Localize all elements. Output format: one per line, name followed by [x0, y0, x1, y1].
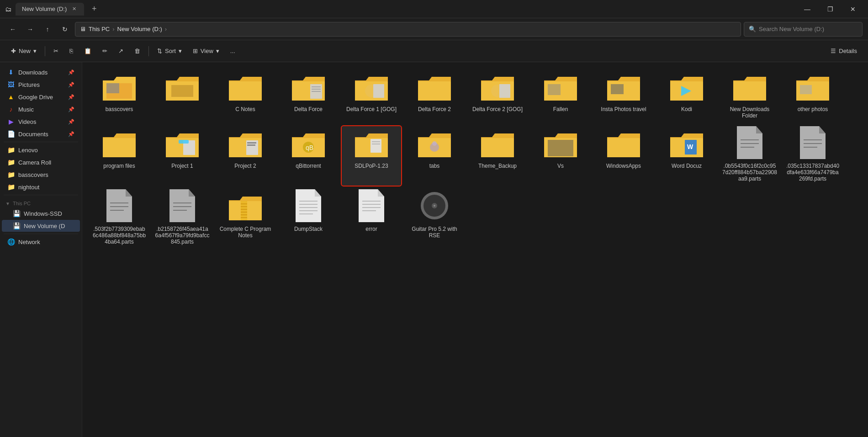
sidebar-item-videos[interactable]: ▶ Videos 📌 — [2, 116, 80, 128]
rename-button[interactable]: ✏ — [98, 43, 112, 59]
tab-new-volume[interactable]: New Volume (D:) ✕ — [16, 3, 84, 16]
cut-button[interactable]: ✂ — [49, 43, 63, 59]
folder-sdlpop-label: SDLPoP-1.23 — [355, 163, 388, 169]
details-button[interactable]: ☰ Details — [826, 43, 862, 59]
sidebar-item-documents[interactable]: 📄 Documents 📌 — [2, 128, 80, 140]
folder-windowsapps-label: WindowsApps — [606, 163, 641, 169]
refresh-button[interactable]: ↻ — [58, 22, 72, 37]
folder-word-docuz[interactable]: W Word Docuz — [657, 126, 716, 186]
breadcrumb-this-pc[interactable]: This PC — [89, 26, 110, 32]
sort-button[interactable]: ⇅ Sort ▾ — [153, 43, 186, 59]
view-label: View — [201, 48, 213, 54]
view-button[interactable]: ⊞ View ▾ — [188, 43, 224, 59]
svg-point-44 — [432, 141, 437, 146]
folder-kodi[interactable]: Kodi — [657, 69, 716, 123]
paste-button[interactable]: 📋 — [79, 43, 96, 59]
folder-vs[interactable]: Vs — [531, 126, 590, 186]
share-button[interactable]: ↗ — [114, 43, 128, 59]
svg-rect-5 — [229, 81, 262, 101]
sidebar-item-network[interactable]: 🌐 Network — [2, 236, 80, 248]
folder-unnamed[interactable] — [153, 69, 212, 123]
folder-other-photos[interactable]: other photos — [783, 69, 842, 123]
folder-project1[interactable]: Project 1 — [153, 126, 212, 186]
folder-program-files-icon — [101, 130, 138, 161]
folder-sdlpop[interactable]: SDLPoP-1.23 — [342, 126, 401, 186]
copy-button[interactable]: ⎘ — [65, 43, 78, 59]
folder-delta-force-2-gog[interactable]: Delta Force 2 [GOG] — [468, 69, 527, 123]
sidebar-item-downloads[interactable]: ⬇ Downloads 📌 — [2, 66, 80, 78]
folder-delta-force-1-label: Delta Force 1 [GOG] — [346, 106, 397, 112]
window-controls: — ❐ ✕ — [797, 2, 863, 16]
tab-close-button[interactable]: ✕ — [70, 5, 78, 13]
sidebar-label-this-pc: This PC — [13, 201, 31, 206]
svg-point-84 — [434, 205, 435, 207]
pictures-icon: 🖼 — [7, 81, 15, 88]
sidebar-item-basscovers[interactable]: 📁 basscovers — [2, 169, 80, 181]
new-chevron: ▾ — [33, 48, 37, 54]
folder-insta-photos[interactable]: Insta Photos travel — [594, 69, 653, 123]
file-parts-4[interactable]: .b2158726f45aea41a6a4f567f9a79fd9bafcc84… — [153, 189, 212, 249]
sidebar-label-nightout: nightout — [18, 184, 39, 191]
folder-complete-c[interactable]: Complete C Program Notes — [216, 189, 275, 249]
sidebar-item-camera-roll[interactable]: 📁 Camera Roll — [2, 156, 80, 168]
folder-theme-backup[interactable]: Theme_Backup — [468, 126, 527, 186]
folder-delta-force-2[interactable]: Delta Force 2 — [405, 69, 464, 123]
videos-icon: ▶ — [7, 118, 15, 125]
svg-rect-2 — [106, 83, 119, 93]
folder-tabs[interactable]: tabs — [405, 126, 464, 186]
folder-program-files[interactable]: program files — [90, 126, 149, 186]
folder-insta-photos-icon — [605, 73, 642, 104]
folder-basscovers[interactable]: basscovers — [90, 69, 149, 123]
back-button[interactable]: ← — [5, 22, 20, 37]
forward-button[interactable]: → — [23, 22, 37, 37]
maximize-button[interactable]: ❐ — [820, 2, 841, 16]
lenovo-icon: 📁 — [7, 146, 15, 154]
folder-new-downloads[interactable]: New Downloads Folder — [720, 69, 779, 123]
folder-delta-force[interactable]: Delta Force — [279, 69, 338, 123]
file-guitar-pro[interactable]: Guitar Pro 5.2 with RSE — [405, 189, 464, 249]
sidebar-group-this-pc[interactable]: ▼ This PC — [0, 197, 82, 207]
basscovers-icon: 📁 — [7, 171, 15, 178]
address-bar[interactable]: 🖥 This PC › New Volume (D:) › — [75, 22, 741, 37]
folder-cnotes[interactable]: C Notes — [216, 69, 275, 123]
search-bar[interactable]: 🔍 Search New Volume (D:) — [744, 22, 863, 37]
folder-delta-force-1[interactable]: Delta Force 1 [GOG] — [342, 69, 401, 123]
videos-pin-icon: 📌 — [68, 119, 74, 125]
folder-new-downloads-label: New Downloads Folder — [722, 106, 777, 119]
minimize-button[interactable]: — — [797, 2, 818, 16]
folder-project2[interactable]: Project 2 — [216, 126, 275, 186]
sidebar-label-documents: Documents — [18, 131, 48, 138]
folder-grid: basscovers — [90, 69, 861, 249]
sidebar-label-windows-ssd: Windows-SSD — [24, 210, 62, 217]
sidebar-label-google-drive: Google Drive — [18, 94, 53, 101]
pictures-pin-icon: 📌 — [68, 82, 74, 88]
file-error[interactable]: error — [342, 189, 401, 249]
sidebar-item-lenovo[interactable]: 📁 Lenovo — [2, 144, 80, 156]
file-parts-3-icon — [101, 193, 138, 224]
folder-qbittorrent[interactable]: qB qBittorrent — [279, 126, 338, 186]
sidebar-item-windows-ssd[interactable]: 💾 Windows-SSD — [2, 208, 80, 219]
folder-fallen[interactable]: Fallen — [531, 69, 590, 123]
sidebar-item-pictures[interactable]: 🖼 Pictures 📌 — [2, 79, 80, 91]
new-button[interactable]: ✚ New ▾ — [6, 43, 41, 59]
folder-delta-force-2-icon — [416, 73, 453, 104]
sidebar-item-google-drive[interactable]: ▲ Google Drive 📌 — [2, 91, 80, 103]
new-tab-button[interactable]: + — [88, 3, 101, 16]
file-dumpstack[interactable]: DumpStack — [279, 189, 338, 249]
folder-delta-force-icon — [290, 73, 327, 104]
sidebar-item-nightout[interactable]: 📁 nightout — [2, 181, 80, 193]
sidebar-item-music[interactable]: ♪ Music 📌 — [2, 103, 80, 115]
breadcrumb-new-volume[interactable]: New Volume (D:) — [117, 26, 162, 32]
file-parts-3[interactable]: .503f2b7739309ebab6c486a88bf848a75bb4ba6… — [90, 189, 149, 249]
up-button[interactable]: ↑ — [40, 22, 55, 37]
svg-rect-27 — [103, 138, 136, 157]
sidebar-label-lenovo: Lenovo — [18, 147, 38, 154]
close-button[interactable]: ✕ — [842, 2, 863, 16]
file-parts-3-label: .503f2b7739309ebab6c486a88bf848a75bb4ba6… — [92, 226, 147, 245]
delete-button[interactable]: 🗑 — [130, 43, 145, 59]
more-button[interactable]: ... — [226, 43, 240, 59]
file-parts-1[interactable]: .0b5543f0c16f2c0c957d20ff884b57ba22908aa… — [720, 126, 779, 186]
file-parts-2[interactable]: .035c13317837abd40dfa4e633f66a7479ba269f… — [783, 126, 842, 186]
folder-windowsapps[interactable]: WindowsApps — [594, 126, 653, 186]
sidebar-item-new-volume[interactable]: 💾 New Volume (D — [2, 220, 80, 232]
